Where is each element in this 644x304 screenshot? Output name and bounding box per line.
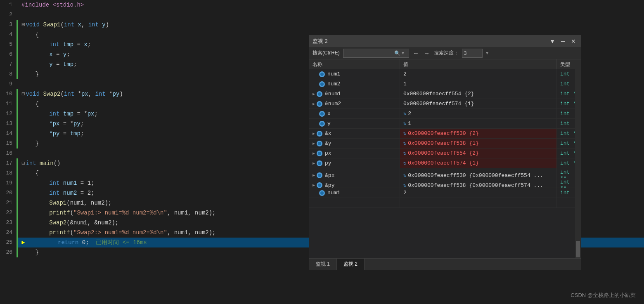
watch-row[interactable]: num12int [309,188,581,198]
fold-icon[interactable]: ⊟ [21,89,25,99]
line-number: 13 [0,119,17,129]
line-number: 22 [0,208,17,218]
watch-cell-name: num2 [309,79,400,89]
fold-icon[interactable]: ⊟ [21,20,25,30]
variable-value: 0x000000feaecff530 {0x000000feaecff554 .… [408,172,543,179]
line-number: 2 [0,10,17,20]
search-icon[interactable]: 🔍 [393,50,402,56]
watch-empty-name-cell[interactable] [309,198,400,207]
variable-value: 0x000000feaecff574 {1} [403,101,474,107]
fold-icon[interactable]: ⊟ [21,158,25,168]
watch-row[interactable]: ▶px↻0x000000feaecff554 {2}int * [309,148,581,158]
watch-close-button[interactable]: ✕ [569,38,578,45]
refresh-icon: ↻ [403,111,406,117]
line-content [18,10,644,20]
expand-arrow-icon[interactable]: ▶ [313,141,315,146]
watch-cell-value[interactable]: ↻0x000000feaecff574 {1} [400,158,557,168]
watch-row[interactable]: num12int [309,69,581,79]
expand-arrow-icon[interactable]: ▶ [313,92,315,97]
watch-scrollbar[interactable] [575,59,581,258]
watch-row[interactable]: num21int [309,79,581,89]
expand-arrow-icon[interactable]: ▶ [313,151,315,156]
watch-cell-value[interactable]: 1 [400,79,557,89]
expand-arrow-icon[interactable]: ▶ [313,131,315,136]
watch-row[interactable]: ▶&num10x000000feaecff554 {2}int * [309,89,581,99]
watch-scrollbar-thumb[interactable] [576,241,580,257]
watch-table-header: 名称 值 类型 [309,59,581,69]
variable-value: 0x000000feaecff574 {1} [408,160,479,166]
line-number: 25 [0,238,17,247]
watch-row[interactable]: ▶&num20x000000feaecff574 {1}int * [309,99,581,109]
watch-cell-name: ▶&x [309,129,400,138]
variable-icon [317,141,322,146]
watch-cell-name: ▶&num1 [309,89,400,99]
variable-value: 1 [408,120,411,127]
watch-cell-value[interactable]: 2 [400,69,557,79]
watch-cell-name: ▶py [309,158,400,168]
watch-cell-value[interactable]: 2 [400,188,557,198]
col-header-name: 名称 [309,59,400,70]
line-number: 10 [0,89,17,99]
watch-row[interactable]: ▶&px↻0x000000feaecff530 {0x000000feaecff… [309,168,581,178]
watch-cell-value[interactable]: ↻1 [400,119,557,128]
watermark: CSDN @全栈路上的小趴菜 [571,292,636,299]
line-number: 23 [0,218,17,228]
variable-value: 0x000000feaecff538 {1} [408,140,479,146]
watch-toolbar: 搜索(Ctrl+E) 🔍 ▼ ← → 搜索深度： ▼ [309,47,581,59]
line-number: 5 [0,40,17,49]
watch-cell-value[interactable]: 0x000000feaecff574 {1} [400,99,557,108]
depth-input[interactable] [462,49,483,58]
variable-name: num1 [327,71,340,77]
line-content: ⊟void Swap1(int x, int y) [18,20,644,30]
watch-row[interactable]: x↻2int [309,109,581,119]
variable-icon [319,111,325,117]
watch-cell-value[interactable]: ↻2 [400,109,557,118]
watch-cell-name: y [309,119,400,128]
variable-name: &x [325,130,331,137]
watch-row[interactable]: y↻1int [309,119,581,129]
search-input[interactable] [343,50,393,56]
expand-arrow-icon[interactable]: ▶ [313,101,315,106]
line-number: 21 [0,198,17,208]
variable-name: &num1 [325,91,341,97]
variable-icon [317,151,322,156]
expand-arrow-icon[interactable]: ▶ [313,173,315,178]
watch-row[interactable]: ▶&x↻0x000000feaecff530 {2}int * [309,129,581,139]
watch-row[interactable]: ▶py↻0x000000feaecff574 {1}int * [309,158,581,168]
variable-icon [319,71,325,77]
line-number: 7 [0,59,17,69]
expand-arrow-icon[interactable]: ▶ [313,161,315,166]
variable-name: &num2 [325,101,341,107]
line-number: 24 [0,228,17,238]
variable-icon [317,131,322,137]
search-back-button[interactable]: ← [412,50,420,57]
expand-arrow-icon[interactable]: ▶ [313,183,315,188]
search-dropdown-icon[interactable]: ▼ [402,51,405,56]
variable-value: 2 [403,190,407,196]
variable-icon [317,160,322,166]
watch-cell-name: x [309,109,400,118]
depth-dropdown-icon[interactable]: ▼ [486,51,489,56]
line-number: 11 [0,99,17,109]
watch-cell-value[interactable]: 0x000000feaecff554 {2} [400,89,557,99]
watch-tab[interactable]: 监视 2 [337,259,365,270]
watch-minimize-button[interactable]: ─ [559,38,567,45]
search-box[interactable]: 🔍 ▼ [343,49,409,58]
watch-cell-value[interactable]: ↻0x000000feaecff530 {2} [400,129,557,138]
variable-value: 0x000000feaecff538 {0x000000feaecff574 .… [408,182,543,189]
variable-value: 2 [403,71,407,77]
line-content: #include <stdio.h> [18,0,644,10]
search-forward-button[interactable]: → [423,50,431,57]
watch-row[interactable]: ▶&py↻0x000000feaecff538 {0x000000feaecff… [309,178,581,188]
refresh-icon: ↻ [403,150,406,156]
watch-pin-button[interactable]: ▼ [548,38,557,45]
watch-cell-name: num1 [309,69,400,79]
code-line: 2 [0,10,644,20]
watch-cell-value[interactable]: ↻0x000000feaecff538 {1} [400,139,557,148]
watch-tab[interactable]: 监视 1 [309,259,337,270]
watch-empty-row [309,198,581,208]
variable-name: &py [325,182,334,189]
variable-value: 0x000000feaecff530 {2} [408,130,479,137]
watch-row[interactable]: ▶&y↻0x000000feaecff538 {1}int * [309,139,581,148]
watch-cell-value[interactable]: ↻0x000000feaecff554 {2} [400,148,557,158]
